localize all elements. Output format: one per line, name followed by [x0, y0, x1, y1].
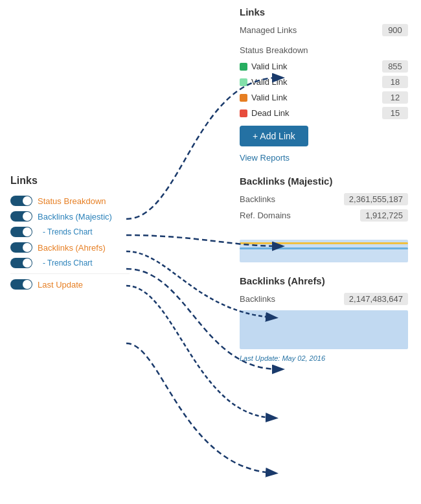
ref-domains-row: Ref. Domains 1,912,725	[240, 209, 408, 222]
nav-label-trends-ahrefs: - Trends Chart	[38, 258, 93, 268]
status-item-3: Valid Link 12	[240, 91, 408, 104]
last-update-label: Last Update:	[240, 354, 280, 362]
status-value-3: 12	[382, 91, 408, 104]
nav-trends-chart-ahrefs: - Trends Chart	[0, 258, 130, 268]
backlinks-majestic-value: 2,361,555,187	[344, 193, 408, 205]
backlinks-ahrefs-value: 2,147,483,647	[344, 293, 408, 305]
left-panel: Links Status Breakdown Backlinks (Majest…	[0, 175, 130, 295]
chart-line-blue	[240, 247, 408, 249]
managed-links-label: Managed Links	[240, 25, 297, 35]
view-reports-link[interactable]: View Reports	[240, 153, 290, 163]
status-value-2: 18	[382, 76, 408, 88]
status-breakdown-title: Status Breakdown	[240, 45, 408, 55]
majestic-trends-chart	[240, 227, 408, 262]
status-item-2: Valid Link 18	[240, 76, 408, 88]
backlinks-majestic-section: Backlinks (Majestic) Backlinks 2,361,555…	[240, 176, 408, 262]
backlinks-majestic-title: Backlinks (Majestic)	[240, 176, 408, 187]
status-label-4: Dead Link	[251, 108, 290, 118]
backlinks-ahrefs-title: Backlinks (Ahrefs)	[240, 275, 408, 286]
ref-domains-value: 1,912,725	[360, 209, 408, 222]
ahrefs-trends-chart	[240, 310, 408, 349]
valid-link-icon-2	[240, 78, 247, 86]
status-item-1: Valid Link 855	[240, 60, 408, 73]
trends-chart-majestic-toggle[interactable]	[10, 227, 32, 237]
links-section-title: Links	[240, 6, 408, 17]
nav-label-backlinks-majestic: Backlinks (Majestic)	[38, 212, 112, 222]
status-item-4: Dead Link 15	[240, 107, 408, 119]
status-breakdown-section: Status Breakdown Valid Link 855 Valid Li…	[240, 45, 408, 119]
nav-label-backlinks-ahrefs: Backlinks (Ahrefs)	[38, 243, 106, 253]
nav-last-update: Last Update	[0, 279, 130, 290]
backlinks-ahrefs-label: Backlinks	[240, 294, 275, 304]
backlinks-majestic-toggle[interactable]	[10, 211, 32, 222]
status-label-3: Valid Link	[251, 93, 287, 102]
status-label-1: Valid Link	[251, 62, 287, 71]
status-value-4: 15	[382, 107, 408, 119]
status-breakdown-toggle[interactable]	[10, 196, 32, 206]
valid-link-icon-1	[240, 63, 247, 71]
nav-label-status-breakdown: Status Breakdown	[38, 196, 106, 206]
nav-label-last-update: Last Update	[38, 280, 83, 290]
left-panel-title: Links	[0, 175, 130, 187]
backlinks-ahrefs-section: Backlinks (Ahrefs) Backlinks 2,147,483,6…	[240, 275, 408, 349]
last-update-date: May 02, 2016	[282, 354, 325, 362]
nav-label-trends-majestic: - Trends Chart	[38, 227, 93, 236]
backlinks-ahrefs-toggle[interactable]	[10, 242, 32, 253]
backlinks-ahrefs-row: Backlinks 2,147,483,647	[240, 293, 408, 305]
add-link-button[interactable]: + Add Link	[240, 126, 308, 146]
divider	[10, 273, 130, 274]
status-label-2: Valid Link	[251, 77, 287, 87]
last-update-toggle[interactable]	[10, 279, 32, 290]
backlinks-majestic-label: Backlinks	[240, 194, 275, 204]
chart-line-yellow	[240, 242, 408, 244]
right-panel: Links Managed Links 900 Status Breakdown…	[240, 6, 408, 362]
nav-trends-chart-majestic: - Trends Chart	[0, 227, 130, 237]
nav-status-breakdown: Status Breakdown	[0, 196, 130, 206]
status-value-1: 855	[382, 60, 408, 73]
last-update: Last Update: May 02, 2016	[240, 354, 408, 362]
trends-chart-ahrefs-toggle[interactable]	[10, 258, 32, 268]
managed-links-row: Managed Links 900	[240, 24, 408, 36]
valid-link-icon-3	[240, 94, 247, 102]
backlinks-majestic-row: Backlinks 2,361,555,187	[240, 193, 408, 205]
managed-links-value: 900	[382, 24, 408, 36]
dead-link-icon	[240, 109, 247, 117]
ref-domains-label: Ref. Domains	[240, 211, 291, 220]
nav-backlinks-majestic: Backlinks (Majestic)	[0, 211, 130, 222]
nav-backlinks-ahrefs: Backlinks (Ahrefs)	[0, 242, 130, 253]
